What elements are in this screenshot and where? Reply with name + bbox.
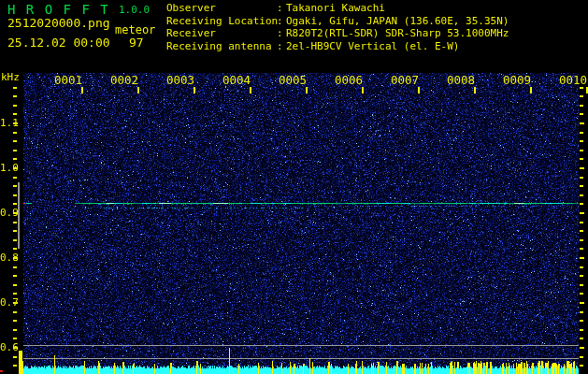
time-tick-label: 0001: [54, 75, 82, 87]
hrofft-output-window: H R O F F T 1.0.0 2512020000.png meteor …: [0, 0, 588, 374]
info-separator: :: [277, 3, 286, 16]
info-label: Receiving Location: [166, 16, 277, 29]
info-separator: :: [277, 16, 286, 29]
info-separator: :: [277, 41, 286, 54]
time-tick-label: 0002: [110, 75, 138, 87]
echo-count: 97: [129, 36, 144, 49]
info-label: Receiver: [166, 28, 277, 41]
time-tick-label: 0003: [166, 75, 194, 87]
station-info-block: Observer: Takanori KawachiReceiving Loca…: [166, 3, 509, 53]
spectrogram-canvas: [0, 0, 588, 374]
freq-tick-label: 0.9: [0, 208, 12, 218]
station-info-row: Receiving Location: Ogaki, Gifu, JAPAN (…: [166, 16, 509, 29]
info-label: Observer: [166, 3, 277, 16]
info-value: 2el-HB9CV Vertical (el. E-W): [286, 41, 459, 54]
time-tick-label: 0010: [559, 75, 587, 87]
mode-label: meteor: [115, 24, 155, 36]
time-tick-label: 0007: [391, 75, 419, 87]
app-title: H R O F F T: [7, 3, 109, 16]
datetime-label: 25.12.02 00:00: [7, 36, 110, 49]
time-tick-label: 0004: [222, 75, 251, 87]
time-tick-label: 0005: [279, 75, 307, 87]
time-tick-label: 0006: [335, 75, 363, 87]
info-value: Ogaki, Gifu, JAPAN (136.60E, 35.35N): [286, 16, 509, 29]
freq-tick-label: 1.0: [0, 163, 12, 173]
info-label: Receiving antenna: [166, 41, 277, 54]
freq-tick-label: 0.7: [0, 297, 12, 308]
station-info-row: Observer: Takanori Kawachi: [166, 3, 509, 16]
freq-tick-label: 0.6: [0, 342, 12, 352]
app-version: 1.0.0: [119, 5, 150, 15]
output-filename: 2512020000.png: [7, 17, 110, 29]
freq-tick-label: 1.1: [0, 118, 12, 128]
freq-tick-label: 0.8: [0, 252, 12, 263]
info-value: R820T2(RTL-SDR) SDR-Sharp 53.1000MHz: [286, 28, 509, 41]
info-value: Takanori Kawachi: [286, 3, 385, 16]
station-info-row: Receiver: R820T2(RTL-SDR) SDR-Sharp 53.1…: [166, 28, 509, 41]
time-tick-label: 0009: [503, 75, 531, 87]
frequency-unit-label: kHz: [1, 72, 20, 82]
time-tick-label: 0008: [447, 75, 475, 87]
info-separator: :: [277, 28, 286, 41]
station-info-row: Receiving antenna: 2el-HB9CV Vertical (e…: [166, 41, 509, 54]
